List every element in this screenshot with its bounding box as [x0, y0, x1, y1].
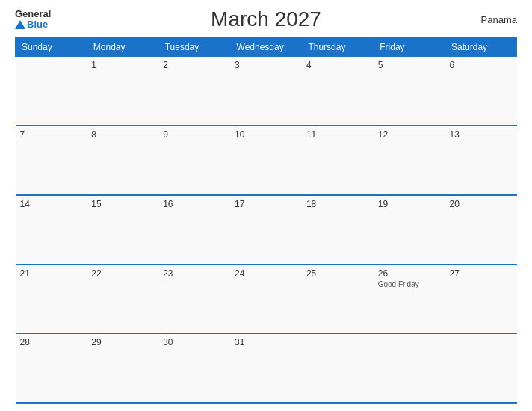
day-number: 1: [91, 60, 154, 70]
calendar-day-cell: 15: [87, 195, 158, 265]
calendar-day-cell: 9: [158, 126, 230, 195]
day-number: 19: [378, 199, 441, 209]
calendar-day-cell: 14: [16, 195, 87, 265]
calendar-day-cell: 21: [16, 265, 87, 334]
day-number: 14: [20, 199, 83, 209]
calendar-day-cell: 4: [302, 57, 374, 126]
day-of-week-header: Sunday: [16, 38, 87, 57]
logo: General Blue: [15, 9, 51, 31]
day-number: 7: [20, 129, 83, 140]
calendar-day-cell: 29: [87, 333, 158, 403]
calendar-day-cell: 10: [230, 126, 302, 195]
day-number: 17: [235, 199, 297, 209]
day-number: 11: [306, 129, 369, 140]
day-number: 8: [91, 129, 154, 140]
day-number: 29: [91, 337, 154, 347]
day-of-week-header: Friday: [374, 38, 445, 57]
day-number: 26: [378, 268, 441, 279]
day-number: 20: [450, 199, 513, 209]
day-number: 12: [378, 129, 441, 140]
calendar-day-cell: 2: [158, 57, 230, 126]
day-of-week-header: Monday: [87, 38, 158, 57]
calendar-day-cell: 19: [374, 195, 445, 265]
calendar-day-cell: 17: [230, 195, 302, 265]
calendar-day-cell: [16, 57, 87, 126]
day-number: 24: [235, 268, 297, 279]
day-number: 6: [450, 60, 513, 70]
calendar-day-cell: 31: [230, 333, 302, 403]
day-number: 18: [306, 199, 369, 209]
calendar-week-row: 212223242526Good Friday27: [16, 265, 517, 334]
day-number: 2: [163, 60, 226, 70]
calendar-day-cell: 23: [158, 265, 230, 334]
calendar-day-cell: 8: [87, 126, 158, 195]
calendar-header-row: SundayMondayTuesdayWednesdayThursdayFrid…: [16, 38, 517, 57]
calendar-week-row: 28293031: [16, 333, 517, 403]
calendar-day-cell: 20: [445, 195, 517, 265]
day-number: 10: [235, 129, 297, 140]
calendar-day-cell: [302, 333, 374, 403]
day-number: 4: [306, 60, 369, 70]
calendar-day-cell: 12: [374, 126, 445, 195]
day-number: 3: [235, 60, 297, 70]
calendar-day-cell: 30: [158, 333, 230, 403]
logo-blue-row: Blue: [15, 19, 51, 30]
day-number: 22: [91, 268, 154, 279]
calendar-day-cell: 11: [302, 126, 374, 195]
day-of-week-header: Saturday: [445, 38, 517, 57]
logo-triangle-icon: [15, 20, 25, 29]
logo-blue-text: Blue: [27, 19, 48, 30]
day-number: 5: [378, 60, 441, 70]
calendar-day-cell: 5: [374, 57, 445, 126]
calendar-week-row: 14151617181920: [16, 195, 517, 265]
day-number: 16: [163, 199, 226, 209]
calendar-week-row: 78910111213: [16, 126, 517, 195]
calendar-day-cell: 3: [230, 57, 302, 126]
calendar-body: 1234567891011121314151617181920212223242…: [16, 57, 517, 404]
calendar-day-cell: 27: [445, 265, 517, 334]
day-number: 9: [163, 129, 226, 140]
calendar-week-row: 123456: [16, 57, 517, 126]
calendar-header: General Blue March 2027 Panama: [15, 7, 517, 31]
day-number: 30: [163, 337, 226, 347]
day-number: 28: [20, 337, 83, 347]
calendar-day-cell: 7: [16, 126, 87, 195]
calendar-title: March 2027: [211, 7, 321, 31]
day-of-week-header: Thursday: [302, 38, 374, 57]
day-number: 31: [235, 337, 297, 347]
day-number: 21: [20, 268, 83, 279]
day-number: 27: [450, 268, 513, 279]
holiday-label: Good Friday: [378, 280, 441, 288]
country-label: Panama: [481, 14, 517, 25]
day-number: 15: [91, 199, 154, 209]
calendar-day-cell: 22: [87, 265, 158, 334]
calendar-day-cell: 6: [445, 57, 517, 126]
calendar-day-cell: 13: [445, 126, 517, 195]
calendar-day-cell: 25: [302, 265, 374, 334]
calendar-day-cell: 16: [158, 195, 230, 265]
calendar-table: SundayMondayTuesdayWednesdayThursdayFrid…: [15, 37, 517, 404]
calendar-day-cell: [374, 333, 445, 403]
day-of-week-header: Wednesday: [230, 38, 302, 57]
calendar-day-cell: 28: [16, 333, 87, 403]
calendar-day-cell: 24: [230, 265, 302, 334]
logo-general-text: General: [15, 9, 51, 19]
calendar-day-cell: 18: [302, 195, 374, 265]
calendar-day-cell: 26Good Friday: [374, 265, 445, 334]
calendar-day-cell: 1: [87, 57, 158, 126]
calendar-day-cell: [445, 333, 517, 403]
day-of-week-header: Tuesday: [158, 38, 230, 57]
day-number: 23: [163, 268, 226, 279]
day-number: 25: [306, 268, 369, 279]
day-number: 13: [450, 129, 513, 140]
